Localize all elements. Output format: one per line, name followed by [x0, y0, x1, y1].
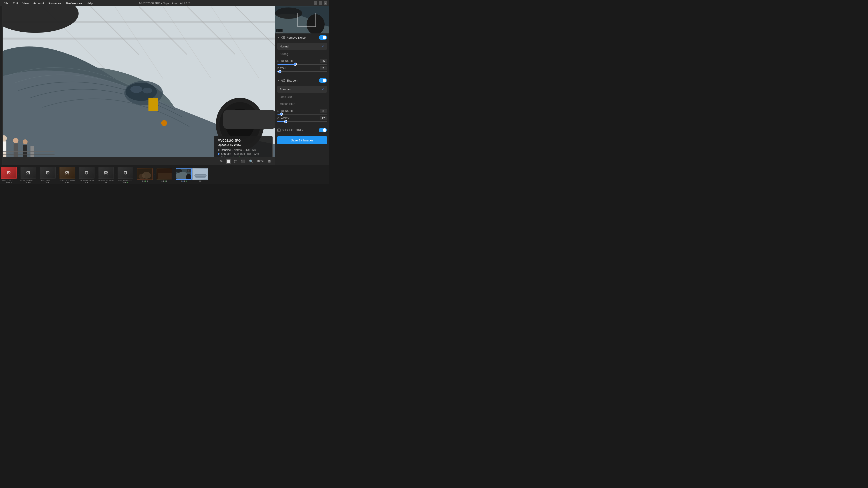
- thumbnail-image: [275, 6, 329, 33]
- film-thumb-9[interactable]: ⋮: [176, 168, 192, 180]
- maximize-button[interactable]: □: [319, 1, 322, 5]
- film-name-3: DSC00412.ARW: [59, 179, 74, 182]
- left-panel: [0, 6, 3, 165]
- subject-only-toggle[interactable]: [319, 128, 327, 132]
- film-item-9[interactable]: ⋮: [176, 168, 192, 182]
- remove-noise-header[interactable]: ▼ Remove Noise: [275, 33, 329, 41]
- noise-detail-value: 5: [320, 66, 327, 70]
- film-more-2[interactable]: ⋮: [56, 169, 59, 181]
- sharpen-content: Standard ✓ Lens Blur Motion Blur STRENGT…: [275, 85, 329, 126]
- sharpen-clarity-thumb[interactable]: [284, 120, 287, 123]
- film-more-8[interactable]: ⋮: [173, 169, 176, 181]
- single-view-btn[interactable]: ⬜: [226, 159, 231, 164]
- film-icon-6: 🖼: [123, 170, 127, 175]
- film-thumb-4[interactable]: 🖼: [79, 167, 94, 179]
- sharpen-motionblur-mode[interactable]: Motion Blur: [277, 101, 327, 107]
- minimize-button[interactable]: ─: [314, 1, 317, 5]
- film-item-0[interactable]: 🖼 CRW_3302.CRW: [1, 167, 17, 183]
- noise-strength-value: 36: [320, 59, 327, 63]
- film-more-0[interactable]: ⋮: [17, 169, 20, 181]
- zoom-indicator-label: 1 :: [277, 29, 280, 32]
- zoom-icon[interactable]: 🔍: [248, 159, 254, 164]
- sharpen-lensbur-mode[interactable]: Lens Blur: [277, 94, 327, 100]
- eye-icon-btn[interactable]: 👁: [219, 159, 224, 164]
- remove-noise-content: Normal ✓ Strong STRENGTH 36: [275, 41, 329, 76]
- film-badges-7: [142, 181, 148, 182]
- sharpen-values: · Standard · 8% · 17%: [232, 152, 259, 156]
- close-button[interactable]: ✕: [324, 1, 327, 5]
- sharpen-clarity-track[interactable]: [277, 121, 327, 122]
- film-item-10[interactable]: [192, 168, 208, 182]
- noise-strength-track[interactable]: [277, 64, 327, 65]
- film-item-2[interactable]: 🖼 CRW_3499.CRW: [40, 167, 56, 183]
- film-icon-0: 🖼: [7, 170, 11, 175]
- sharpen-strength-track[interactable]: [277, 113, 327, 115]
- sharpen-header[interactable]: ▼ Sharpen: [275, 76, 329, 85]
- film-name-4: DSC00690.ARW: [79, 179, 94, 182]
- svg-rect-31: [3, 151, 55, 152]
- menu-view[interactable]: View: [21, 1, 31, 5]
- tooltip-filename: MVC02100.JPG: [218, 139, 269, 142]
- film-icon-1: 🖼: [26, 170, 30, 175]
- film-more-7[interactable]: ⋮: [153, 169, 156, 181]
- save-button[interactable]: Save 17 Images: [277, 136, 327, 144]
- film-more-1[interactable]: ⋮: [37, 169, 39, 181]
- zoom-fit-btn[interactable]: ⊡: [267, 159, 272, 164]
- film-more-3[interactable]: ⋮: [75, 169, 78, 181]
- sharpen-toggle[interactable]: [319, 78, 327, 83]
- film-thumb-2[interactable]: 🖼: [40, 167, 56, 179]
- film-item-7[interactable]: [137, 168, 153, 182]
- film-item-4[interactable]: 🖼 DSC00690.ARW: [79, 167, 94, 183]
- app-title: MVC02100.JPG - Topaz Photo AI 1.1.5: [139, 2, 190, 5]
- noise-strength-thumb[interactable]: [293, 63, 297, 66]
- sharpen-standard-check: ✓: [322, 88, 324, 91]
- film-thumb-6[interactable]: 🖼: [118, 167, 133, 179]
- film-more-6[interactable]: ⋮: [134, 169, 136, 181]
- noise-detail-track[interactable]: [277, 71, 327, 72]
- menu-help[interactable]: Help: [85, 1, 94, 5]
- film-badges-0: [6, 182, 12, 183]
- film-item-5[interactable]: 🖼 DSC01313.ARW: [98, 167, 114, 183]
- film-more-4[interactable]: ⋮: [95, 169, 98, 181]
- film-thumb-5[interactable]: 🖼: [98, 167, 114, 179]
- split-view-btn[interactable]: ⬚: [233, 159, 239, 164]
- film-menu-9[interactable]: ⋮: [187, 169, 191, 172]
- noise-detail-row: DETAIL 5: [277, 66, 327, 72]
- film-thumb-3[interactable]: 🖼: [59, 167, 75, 179]
- film-thumb-7[interactable]: [137, 168, 153, 180]
- film-item-1[interactable]: 🖼 CRW_3468.CRW: [20, 167, 36, 183]
- sharpen-standard-mode[interactable]: Standard ✓: [277, 86, 327, 93]
- sharpen-strength-thumb[interactable]: [280, 112, 283, 116]
- film-thumb-1[interactable]: 🖼: [20, 167, 36, 179]
- menu-preferences[interactable]: Preferences: [64, 1, 84, 5]
- film-thumb-8[interactable]: [156, 168, 172, 180]
- film-badges-10: [199, 181, 202, 182]
- remove-noise-toggle[interactable]: [319, 35, 327, 40]
- film-item-6[interactable]: 🖼 IMG_0455.CR2: [118, 167, 133, 183]
- noise-detail-thumb[interactable]: [278, 70, 281, 73]
- film-name-6: IMG_0455.CR2: [119, 179, 133, 182]
- film-item-8[interactable]: [156, 168, 172, 182]
- film-item-3[interactable]: 🖼 DSC00412.ARW: [59, 167, 75, 183]
- thumbnail-zoom: 1 : 1: [276, 29, 283, 33]
- film-name-2: CRW_3499.CRW: [40, 179, 56, 182]
- menu-edit[interactable]: Edit: [11, 1, 20, 5]
- filmstrip: 🖼 CRW_3302.CRW ⋮ 🖼 CRW_3468.CRW: [0, 165, 329, 184]
- canvas-area: MVC02100.JPG Upscale by 2.95x Denoise · …: [3, 6, 275, 165]
- film-thumb-0[interactable]: 🖼: [1, 167, 17, 179]
- film-thumb-10[interactable]: [192, 168, 208, 180]
- film-icon-2: 🖼: [46, 170, 50, 175]
- denoise-info-row: Denoise · Normal · 36% · 5%: [218, 149, 269, 152]
- menu-file[interactable]: File: [2, 1, 10, 5]
- film-name-5: DSC01313.ARW: [98, 179, 114, 182]
- menu-account[interactable]: Account: [31, 1, 46, 5]
- side-by-side-btn[interactable]: ⬛: [240, 159, 246, 164]
- sharpen-motionblur-label: Motion Blur: [280, 102, 294, 105]
- noise-strong-mode[interactable]: Strong: [277, 51, 327, 57]
- film-more-5[interactable]: ⋮: [114, 169, 117, 181]
- subject-icon: ⊡: [277, 129, 281, 132]
- noise-normal-mode[interactable]: Normal ✓: [277, 43, 327, 50]
- menu-processor[interactable]: Processor: [46, 1, 64, 5]
- film-badges-8: [161, 181, 167, 182]
- noise-expand-icon: ▼: [277, 36, 280, 39]
